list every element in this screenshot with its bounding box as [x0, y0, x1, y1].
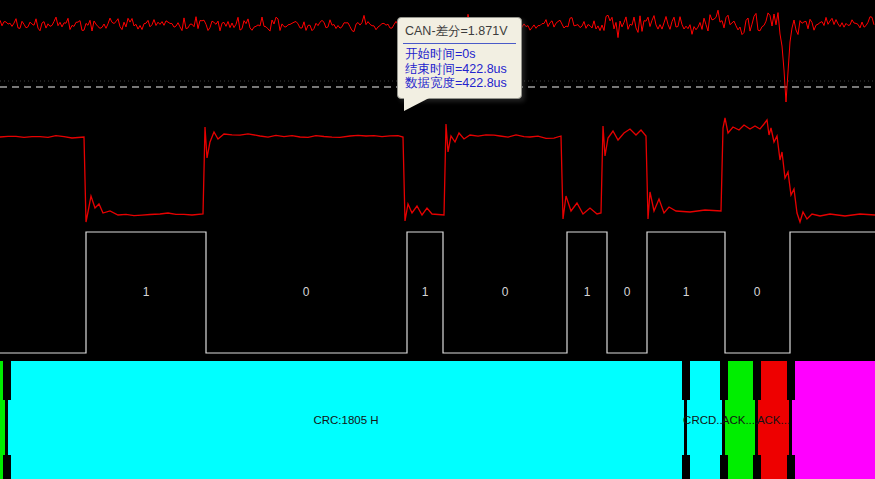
protocol-segment[interactable]: [792, 361, 875, 479]
segment-boundary-notch: [787, 455, 795, 479]
protocol-segment-label: CRCD...: [683, 414, 726, 426]
tooltip-title: CAN-差分=1.871V: [398, 23, 521, 40]
protocol-segment[interactable]: ACK....: [725, 361, 755, 479]
bit-value-label: 1: [584, 286, 591, 298]
protocol-segment[interactable]: CRCD...: [687, 361, 722, 479]
protocol-segment[interactable]: CRC:1805 H: [8, 361, 684, 479]
segment-boundary-notch: [3, 360, 11, 400]
segment-boundary-notch: [682, 360, 690, 400]
bit-value-label: 0: [502, 286, 509, 298]
oscilloscope-screen: 10101010 CRC:1805 HCRCD...ACK....ACK... …: [0, 0, 875, 479]
segment-boundary-notch: [720, 455, 728, 479]
bit-value-label: 1: [143, 286, 150, 298]
bit-value-label: 1: [683, 286, 690, 298]
segment-boundary-notch: [720, 360, 728, 400]
protocol-segment-label: ACK....: [722, 414, 758, 426]
tooltip-separator: [403, 43, 516, 44]
protocol-segment[interactable]: ACK...: [758, 361, 789, 479]
segment-boundary-notch: [787, 360, 795, 400]
segment-boundary-notch: [682, 455, 690, 479]
protocol-decode-bar: CRC:1805 HCRCD...ACK....ACK...: [0, 360, 875, 479]
tooltip-data-width: 数据宽度=422.8us: [398, 76, 521, 91]
segment-boundary-notch: [3, 455, 11, 479]
tooltip-start-time: 开始时间=0s: [398, 47, 521, 62]
protocol-segment-label: CRC:1805 H: [313, 414, 378, 426]
bit-value-label: 0: [754, 286, 761, 298]
bit-value-label: 0: [303, 286, 310, 298]
tooltip-end-time: 结束时间=422.8us: [398, 62, 521, 77]
can-differential-trace: [0, 118, 875, 222]
bit-value-label: 0: [624, 286, 631, 298]
segment-boundary-notch: [753, 455, 761, 479]
protocol-segment-label: ACK...: [757, 414, 790, 426]
bit-value-label: 1: [422, 286, 429, 298]
measurement-tooltip: CAN-差分=1.871V 开始时间=0s 结束时间=422.8us 数据宽度=…: [397, 17, 522, 99]
digital-bit-trace: [0, 232, 875, 353]
segment-boundary-notch: [753, 360, 761, 400]
tooltip-pointer-tail: [404, 97, 431, 111]
